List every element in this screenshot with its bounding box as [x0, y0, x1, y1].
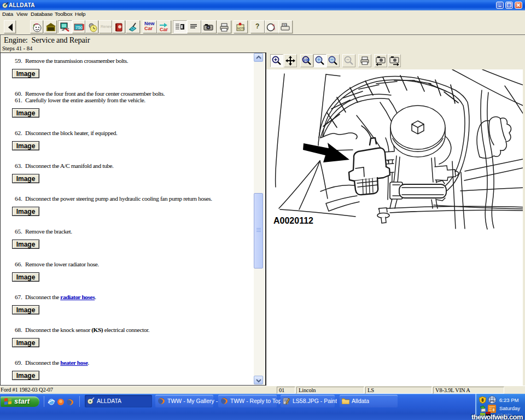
svg-text:750: 750 — [75, 25, 83, 30]
svg-text:Car: Car — [160, 27, 168, 32]
svg-text:100: 100 — [303, 58, 310, 62]
svg-text:NOTE: NOTE — [237, 27, 246, 30]
svg-text:A0020112: A0020112 — [273, 216, 313, 225]
svg-text:FAX: FAX — [283, 24, 287, 26]
svg-text:z: z — [273, 26, 276, 31]
